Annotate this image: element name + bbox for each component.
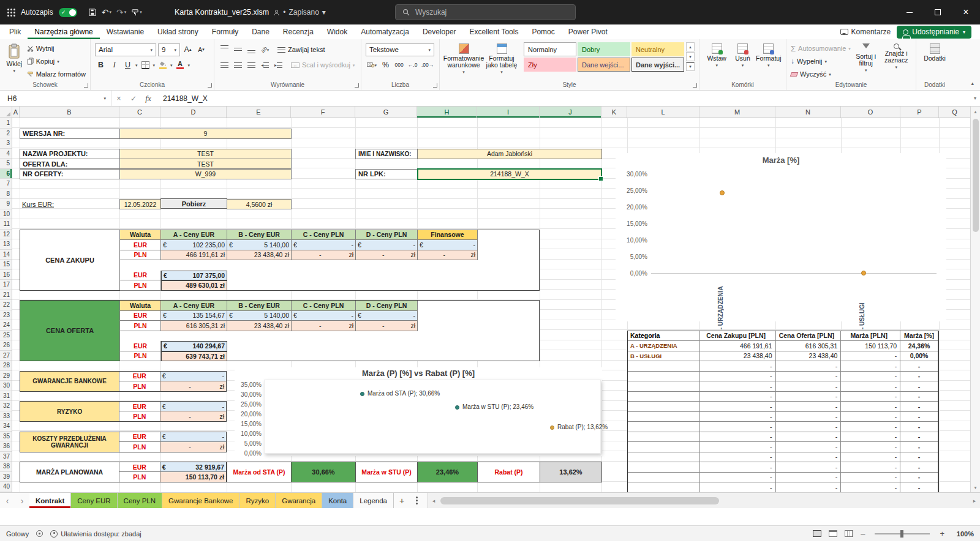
row-label-eur[interactable]: EUR xyxy=(120,240,161,250)
pln-cell[interactable]: -zł xyxy=(160,442,226,452)
align-right-button[interactable] xyxy=(246,59,257,71)
sort-filter-button[interactable]: Sortuj i filtruj▾ xyxy=(851,42,881,72)
marza-pln-cell[interactable]: 150 113,70zł xyxy=(160,472,226,482)
conditional-formatting-button[interactable]: Formatowanie warunkowe▾ xyxy=(444,42,483,74)
search-input[interactable]: Wyszukaj xyxy=(395,4,576,20)
ribbon-tab[interactable]: Pomoc xyxy=(525,24,561,39)
column-header[interactable]: L xyxy=(627,107,699,118)
cena-oferta-cell[interactable]: - xyxy=(776,432,842,443)
insert-function-button[interactable]: fx xyxy=(141,94,156,103)
ribbon-tab[interactable]: Narzędzia główne xyxy=(28,24,99,39)
eur-cell[interactable]: €- xyxy=(160,372,226,381)
cena-oferta-cell[interactable]: - xyxy=(776,452,842,463)
addins-button[interactable]: Dodatki xyxy=(921,42,949,62)
ryzyko-title[interactable]: RYZYKO xyxy=(20,402,119,421)
cena-zakupu-cell[interactable]: - xyxy=(700,361,776,372)
zoom-in-button[interactable]: + xyxy=(940,529,944,538)
sheet-tab[interactable]: Ceny EUR xyxy=(71,493,117,508)
pln-cell[interactable]: -zł xyxy=(356,250,418,261)
column-header[interactable]: Q xyxy=(939,107,970,118)
metric-label[interactable]: Marża w STU (P) xyxy=(355,462,418,482)
eur-cell[interactable]: €- xyxy=(160,402,226,411)
eur-cell[interactable]: €- xyxy=(292,311,356,321)
header-cell[interactable]: D - Ceny PLN xyxy=(356,301,418,311)
cena-oferta-cell[interactable]: - xyxy=(776,381,842,392)
number-format-select[interactable]: Tekstowe▾ xyxy=(366,43,434,56)
imie-nazwisko-label[interactable]: IMIE I NAZWISKO: xyxy=(355,149,418,159)
row-label-pln[interactable]: PLN xyxy=(119,411,160,421)
maximize-button[interactable] xyxy=(924,0,952,24)
sheet-tab[interactable]: Gwarancje Bankowe xyxy=(162,493,239,508)
eur-cell[interactable]: €102 235,00 xyxy=(161,240,227,250)
kurs-eur-label[interactable]: Kurs EUR: xyxy=(21,199,94,209)
row-label-eur[interactable]: EUR xyxy=(120,311,161,321)
header-cell[interactable]: Cena Oferta [PLN] xyxy=(776,331,842,342)
cena-oferta-cell[interactable]: - xyxy=(776,361,842,372)
metric-label[interactable]: Rabat (P) xyxy=(477,462,540,482)
row-header[interactable]: 26 xyxy=(0,340,12,351)
header-cell[interactable]: Kategoria xyxy=(628,331,700,342)
waluta-header-cell[interactable]: Waluta xyxy=(120,230,161,241)
pln-cell[interactable]: -zł xyxy=(160,411,226,421)
cena-oferta-cell[interactable]: - xyxy=(776,442,842,452)
marza-pln-cell[interactable]: - xyxy=(841,462,900,473)
gallery-expand-button[interactable]: ▾ xyxy=(686,62,695,71)
pln-cell[interactable]: -zł xyxy=(292,321,356,331)
marza-pln-cell[interactable]: - xyxy=(841,402,900,412)
column-header[interactable]: C xyxy=(119,107,160,118)
cena-oferta-cell[interactable]: 23 438,40 xyxy=(776,351,842,362)
kategoria-cell[interactable] xyxy=(628,392,700,402)
marza-pln-cell[interactable]: - xyxy=(841,351,900,362)
delete-cells-button[interactable]: Usuń▾ xyxy=(729,42,755,67)
zoom-slider-thumb[interactable] xyxy=(900,530,903,538)
pln-cell[interactable]: -zł xyxy=(160,381,226,391)
marza-pct-cell[interactable]: - xyxy=(900,462,938,473)
horizontal-scrollbar[interactable]: ◂ ▸ xyxy=(428,493,980,508)
waluta-header-cell[interactable]: Waluta xyxy=(120,301,161,311)
wersja-value-cell[interactable]: 9 xyxy=(119,129,292,139)
nr-oferty-label[interactable]: NR OFERTY: xyxy=(20,169,120,179)
total-pln-cell[interactable]: 639 743,71zł xyxy=(161,351,227,362)
saved-status[interactable]: •Zapisano▾ xyxy=(273,8,326,17)
cena-oferta-cell[interactable]: - xyxy=(776,473,842,483)
ribbon-tab[interactable]: Formuły xyxy=(205,24,245,39)
italic-button[interactable]: I xyxy=(108,59,120,71)
header-cell[interactable]: B - Ceny EUR xyxy=(227,301,292,311)
row-header[interactable]: 17 xyxy=(0,280,12,290)
row-header[interactable]: 3 xyxy=(0,138,12,149)
pln-cell[interactable]: 23 438,40zł xyxy=(227,250,292,261)
normal-view-button[interactable] xyxy=(813,530,821,537)
cena-zakupu-cell[interactable]: - xyxy=(700,372,776,382)
column-header[interactable]: K xyxy=(601,107,627,118)
kategoria-cell[interactable] xyxy=(628,372,700,382)
orientation-button[interactable]: ab▾ xyxy=(259,43,271,56)
cena-oferta-cell[interactable]: - xyxy=(776,372,842,382)
macro-record-icon[interactable] xyxy=(36,530,43,537)
find-select-button[interactable]: Znajdź i zaznacz▾ xyxy=(881,42,911,69)
row-header[interactable]: 27 xyxy=(0,351,12,361)
row-header[interactable]: 31 xyxy=(0,391,12,402)
name-box[interactable]: H6▾ xyxy=(0,91,111,106)
row-header[interactable]: 39 xyxy=(0,472,12,482)
ribbon-tab[interactable]: Widok xyxy=(320,24,354,39)
marza-vs-rabat-chart[interactable]: Marża (P) [%] vs Rabat (P) [%] 35,00%30,… xyxy=(235,367,602,456)
marza-pct-cell[interactable]: - xyxy=(900,392,938,402)
row-header[interactable]: 40 xyxy=(0,482,12,492)
undo-button[interactable]: ↶▾ xyxy=(100,7,113,17)
eur-cell[interactable]: €5 140,00 xyxy=(227,240,292,250)
marza-pct-cell[interactable]: - xyxy=(900,473,938,483)
eur-cell[interactable]: €- xyxy=(418,240,478,250)
metric-label[interactable]: Marża od STA (P) xyxy=(227,462,292,482)
marza-pln-cell[interactable]: - xyxy=(841,452,900,463)
nazwa-projektu-label[interactable]: NAZWA PROJEKTU: xyxy=(20,149,120,159)
dialog-launcher-icon[interactable] xyxy=(208,83,212,88)
font-family-select[interactable]: Arial▾ xyxy=(95,43,156,56)
autosum-button[interactable]: ΣAutosumowanie▾ xyxy=(791,42,851,54)
ribbon-tab[interactable]: Recenzja xyxy=(276,24,320,39)
align-bottom-button[interactable] xyxy=(246,43,257,56)
row-label-eur[interactable]: EUR xyxy=(119,432,160,442)
confirm-entry-button[interactable]: ✓ xyxy=(126,94,141,103)
pln-cell[interactable]: -zł xyxy=(418,250,478,261)
kategoria-cell[interactable] xyxy=(628,361,700,372)
borders-button[interactable] xyxy=(140,59,151,71)
